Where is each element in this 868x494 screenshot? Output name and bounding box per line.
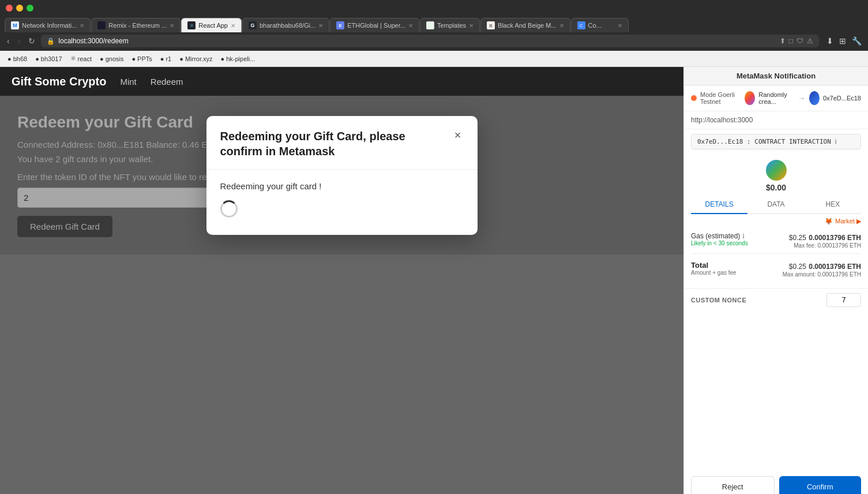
tab-close[interactable]: ✕ — [80, 23, 84, 29]
mm-globe-row: $0.00 — [684, 154, 868, 196]
tab-close-black-beige[interactable]: ✕ — [559, 23, 564, 29]
mm-tab-hex[interactable]: HEX — [805, 196, 861, 214]
modal-title: Redeeming your Gift Card, please confirm… — [220, 129, 439, 159]
mm-total-usd: $0.25 — [789, 263, 806, 271]
bookmark-item[interactable]: ●Mirror.xyz — [176, 54, 215, 63]
mm-account-row: Mode Goerli Testnet Randomly crea... → 0… — [684, 85, 868, 111]
tab-title-ethglobal: ETHGlobal | Super... — [347, 22, 405, 29]
mm-plus-gas-label: Amount + gas fee — [691, 270, 737, 276]
tab-favicon-m: M — [11, 21, 19, 29]
loading-spinner — [220, 200, 238, 218]
mm-total-eth: 0.00013796 ETH — [809, 263, 861, 271]
app-content: Redeem your Gift Card Connected Address:… — [0, 96, 683, 255]
tab-title-templates: Templates — [437, 22, 466, 29]
metamask-panel: MetaMask Notification Mode Goerli Testne… — [683, 67, 868, 494]
mm-contract-badge: 0x7eD...Ec18 : CONTRACT INTERACTION ℹ — [691, 134, 861, 149]
modal-header: Redeeming your Gift Card, please confirm… — [206, 116, 478, 170]
mm-nonce-label: CUSTOM NONCE — [691, 297, 746, 304]
mm-reject-button[interactable]: Reject — [691, 476, 775, 494]
tab-close-remix[interactable]: ✕ — [170, 23, 174, 29]
mm-tab-data[interactable]: DATA — [747, 196, 804, 214]
tab-ethglobal[interactable]: E ETHGlobal | Super... ✕ — [330, 18, 419, 32]
extensions-icon[interactable]: 🔧 — [850, 35, 863, 47]
tab-title-black-beige: Black And Beige M... — [498, 22, 557, 29]
traffic-light-yellow[interactable] — [16, 5, 23, 12]
mm-confirm-button[interactable]: Confirm — [779, 476, 862, 494]
bookmark-item[interactable]: ●bh3017 — [32, 54, 65, 63]
tab-close-templates[interactable]: ✕ — [469, 23, 474, 29]
tab-close-ethglobal[interactable]: ✕ — [408, 23, 413, 29]
mm-market-link[interactable]: Market ▶ — [835, 218, 861, 225]
reload-button[interactable]: ↻ — [26, 35, 37, 47]
mm-total-row: Total Amount + gas fee $0.25 0.00013796 … — [691, 259, 861, 280]
bookmark-label: PPTs — [137, 55, 152, 62]
tab-favicon-github: G — [249, 21, 257, 29]
tab-co[interactable]: C Co... ✕ — [571, 18, 629, 32]
modal-close-button[interactable]: × — [452, 129, 464, 142]
extension-icon-2[interactable]: ⚠ — [807, 37, 813, 45]
mm-nonce-row: CUSTOM NONCE — [684, 288, 868, 312]
mm-url: http://localhost:3000 — [684, 111, 868, 129]
mm-max-amount-row: Max amount: 0.00013796 ETH — [783, 271, 861, 278]
mm-gas-info-icon[interactable]: ℹ — [742, 233, 745, 240]
traffic-light-green[interactable] — [27, 5, 33, 12]
mm-divider — [691, 253, 861, 254]
address-bar[interactable]: 🔒 localhost:3000/redeem ⬆ □ 🛡 ⚠ — [41, 35, 819, 47]
tab-remix[interactable]: Remix - Ethereum ... ✕ — [91, 18, 181, 32]
modal-overlay: Redeeming your Gift Card, please confirm… — [0, 96, 683, 255]
mm-buttons: Reject Confirm — [684, 470, 868, 494]
tab-favicon-co: C — [577, 21, 585, 29]
tab-github[interactable]: G bharathbabu68/Gi... ✕ — [242, 18, 329, 32]
bookmark-item[interactable]: ●PPTs — [129, 54, 155, 63]
mm-tab-details[interactable]: DETAILS — [691, 196, 747, 214]
main-layout: Gift Some Crypto Mint Redeem Redeem your… — [0, 67, 868, 494]
forward-button[interactable]: › — [16, 35, 23, 47]
tab-close-github[interactable]: ✕ — [318, 23, 323, 29]
bookmark-label: bh68 — [13, 55, 27, 62]
apps-icon[interactable]: ⊞ — [837, 35, 848, 47]
mm-market-row: 🦊 Market ▶ — [684, 214, 868, 229]
tab-title: Network Informati... — [22, 22, 77, 29]
app-page: Redeem your Gift Card Connected Address:… — [0, 96, 683, 494]
bookmark-item[interactable]: ●gnosis — [97, 54, 126, 63]
tab-favicon-react: ⚛ — [187, 21, 196, 29]
tab-title-co: Co... — [588, 22, 602, 29]
toolbar-icons: ⬇ ⊞ 🔧 — [825, 35, 863, 47]
extension-icon-1[interactable]: 🛡 — [796, 37, 803, 45]
app-area: Gift Some Crypto Mint Redeem Redeem your… — [0, 67, 683, 494]
security-icon: 🔒 — [47, 38, 55, 45]
tab-react-app[interactable]: ⚛ React App ✕ — [181, 18, 242, 32]
mm-amount: $0.00 — [766, 183, 786, 192]
modal-body-text: Redeeming your gift card ! — [220, 181, 464, 191]
tab-close-co[interactable]: ✕ — [618, 23, 622, 29]
bookmark-toolbar-icon[interactable]: ⬇ — [825, 35, 835, 47]
mm-maxfee-row: Max fee: 0.00013796 ETH — [789, 242, 861, 249]
bookmark-item[interactable]: ●bh68 — [5, 54, 30, 63]
bookmark-icon[interactable]: □ — [789, 37, 793, 45]
tab-network-info[interactable]: M Network Informati... ✕ — [5, 18, 91, 32]
nav-link-redeem[interactable]: Redeem — [151, 77, 183, 87]
bookmark-item[interactable]: ●r1 — [157, 54, 174, 63]
nav-link-mint[interactable]: Mint — [120, 77, 136, 87]
tab-favicon-ethglobal: E — [336, 21, 344, 29]
mm-to-account: 0x7eD...Ec18 — [823, 95, 861, 102]
tab-black-beige[interactable]: B Black And Beige M... ✕ — [480, 18, 570, 32]
mm-max-amount-eth: 0.00013796 ETH — [817, 271, 861, 278]
mm-from-avatar — [745, 91, 755, 105]
tab-title-remix: Remix - Ethereum ... — [108, 22, 167, 29]
tab-close-react[interactable]: ✕ — [231, 23, 235, 29]
bookmarks-bar: ●bh68 ●bh3017 ⚛react ●gnosis ●PPTs ●r1 ●… — [0, 51, 868, 67]
mm-globe-icon — [766, 160, 787, 181]
mm-question-icon — [691, 95, 697, 101]
mm-info-icon[interactable]: ℹ — [835, 138, 837, 145]
app-title: Gift Some Crypto — [12, 75, 106, 88]
mm-nonce-input[interactable] — [826, 293, 861, 307]
traffic-light-red[interactable] — [6, 5, 13, 12]
bookmark-item[interactable]: ⚛react — [67, 54, 95, 63]
share-icon[interactable]: ⬆ — [780, 37, 786, 45]
modal-body: Redeeming your gift card ! — [206, 170, 478, 235]
tab-templates[interactable]: Templates ✕ — [420, 18, 480, 32]
bookmark-item[interactable]: ●hk-pipeli... — [218, 54, 258, 63]
mm-to-avatar — [809, 91, 820, 105]
back-button[interactable]: ‹ — [5, 35, 12, 47]
